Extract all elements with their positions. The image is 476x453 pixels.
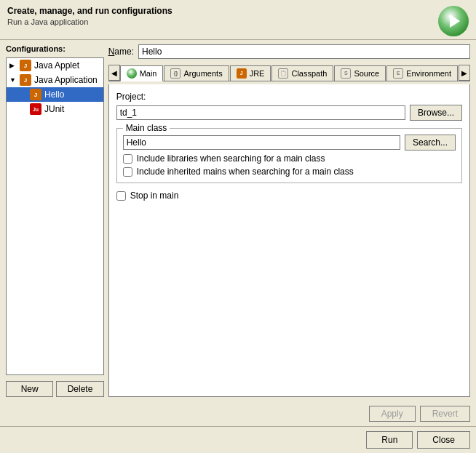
main-tab-icon <box>127 68 137 79</box>
args-tab-icon: {} <box>170 68 181 79</box>
footer: Run Close <box>0 426 476 453</box>
project-row: Browse... <box>116 105 462 121</box>
junit-icon: Ju <box>30 103 41 115</box>
tab-main-label: Main <box>140 69 157 78</box>
tab-main[interactable]: Main <box>120 65 164 81</box>
tab-bar: ◀ Main {} Arguments J JRE 📋 Classpath <box>108 65 470 81</box>
sidebar-item-java-applet[interactable]: ▶ J Java Applet <box>7 58 103 73</box>
java-applet-icon: J <box>20 60 31 71</box>
dialog: Create, manage, and run configurations R… <box>0 0 476 453</box>
right-panel: Name: ◀ Main {} Arguments J JRE <box>108 44 470 397</box>
tab-content-main: Project: Browse... Main class Search... <box>108 84 470 397</box>
left-panel: Configurations: ▶ J Java Applet ▼ J Java… <box>6 44 104 397</box>
junit-label: JUnit <box>44 104 64 114</box>
project-label: Project: <box>116 92 462 102</box>
header-subtitle: Run a Java application <box>7 17 172 26</box>
bottom-buttons: Apply Revert <box>0 401 476 426</box>
tab-source[interactable]: S Source <box>334 65 386 81</box>
apply-button[interactable]: Apply <box>369 406 416 422</box>
hello-label: Hello <box>44 89 64 100</box>
header-title: Create, manage, and run configurations <box>7 6 172 16</box>
expand-icon: ▼ <box>9 76 17 84</box>
search-button[interactable]: Search... <box>405 135 456 151</box>
revert-button[interactable]: Revert <box>420 406 470 422</box>
tab-jre[interactable]: J JRE <box>230 65 271 81</box>
classpath-tab-icon: 📋 <box>278 68 288 79</box>
stop-in-main-checkbox[interactable] <box>116 191 126 201</box>
main-class-legend: Main class <box>123 123 170 133</box>
stop-in-main-label: Stop in main <box>130 191 179 201</box>
tab-environment[interactable]: E Environment <box>386 65 458 81</box>
browse-button[interactable]: Browse... <box>410 105 462 121</box>
tab-environment-label: Environment <box>406 69 451 78</box>
name-input[interactable] <box>138 44 470 59</box>
project-group: Project: Browse... <box>116 92 462 121</box>
stop-in-main-row: Stop in main <box>116 191 462 201</box>
include-inherited-label: Include inherited mains when searching f… <box>137 167 354 177</box>
run-icon-button[interactable] <box>438 6 469 36</box>
include-libraries-checkbox[interactable] <box>123 154 132 164</box>
include-libraries-label: Include libraries when searching for a m… <box>137 153 325 164</box>
expand-icon: ▶ <box>9 62 17 69</box>
name-row: Name: <box>108 44 470 59</box>
tab-classpath[interactable]: 📋 Classpath <box>271 65 333 81</box>
sidebar-item-hello[interactable]: J Hello <box>7 87 103 102</box>
main-class-row: Search... <box>123 135 456 151</box>
include-inherited-row: Include inherited mains when searching f… <box>123 167 456 177</box>
hello-icon: J <box>30 89 41 100</box>
main-class-section: Main class Search... Include libraries w… <box>116 128 462 183</box>
main-class-input[interactable] <box>123 135 400 150</box>
new-button[interactable]: New <box>6 381 53 397</box>
include-libraries-row: Include libraries when searching for a m… <box>123 153 456 164</box>
name-label: Name: <box>108 47 134 57</box>
source-tab-icon: S <box>341 68 351 79</box>
configurations-label: Configurations: <box>6 44 104 53</box>
tab-prev-button[interactable]: ◀ <box>108 65 120 81</box>
close-button[interactable]: Close <box>417 431 470 449</box>
tab-arguments-label: Arguments <box>183 69 222 78</box>
java-applet-label: Java Applet <box>34 60 79 71</box>
include-inherited-checkbox[interactable] <box>123 167 132 177</box>
java-app-label: Java Application <box>34 75 98 85</box>
tab-next-button[interactable]: ▶ <box>459 65 470 81</box>
env-tab-icon: E <box>393 68 403 79</box>
java-app-icon: J <box>20 74 31 86</box>
tab-jre-label: JRE <box>250 69 265 78</box>
header-text: Create, manage, and run configurations R… <box>7 6 172 26</box>
delete-button[interactable]: Delete <box>56 381 103 397</box>
jre-tab-icon: J <box>237 68 247 79</box>
tab-classpath-label: Classpath <box>291 69 327 78</box>
tab-source-label: Source <box>354 69 379 78</box>
sidebar-item-junit[interactable]: Ju JUnit <box>7 102 103 116</box>
tab-arguments[interactable]: {} Arguments <box>164 65 229 81</box>
tree-view: ▶ J Java Applet ▼ J Java Application J H… <box>6 57 104 375</box>
sidebar-item-java-application[interactable]: ▼ J Java Application <box>7 73 103 87</box>
header: Create, manage, and run configurations R… <box>0 0 476 40</box>
run-button[interactable]: Run <box>366 431 413 449</box>
project-input[interactable] <box>116 105 405 120</box>
main-content: Configurations: ▶ J Java Applet ▼ J Java… <box>0 40 476 401</box>
left-buttons: New Delete <box>6 381 104 397</box>
